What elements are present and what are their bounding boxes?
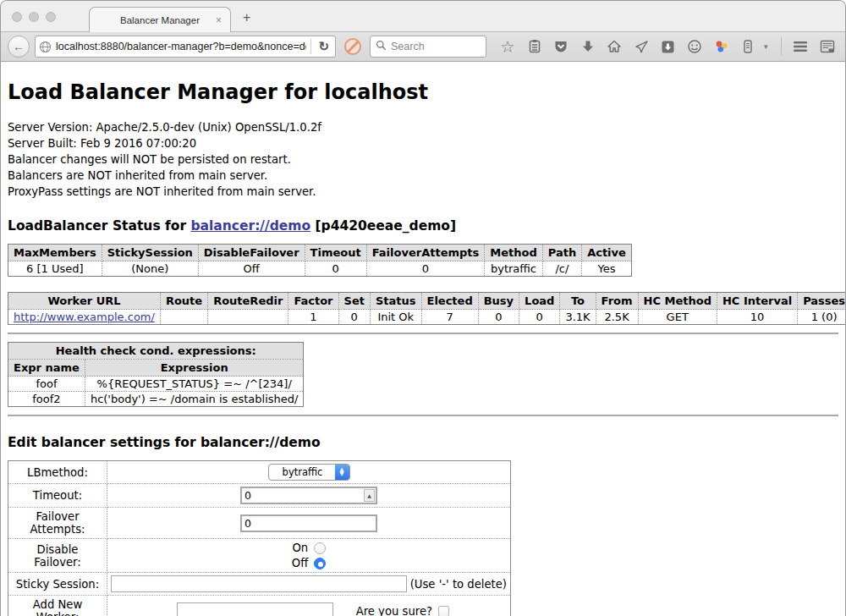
add-worker-input[interactable] <box>177 602 333 616</box>
timeout-input[interactable]: 0 ▲ <box>240 487 377 504</box>
col-to: To <box>560 293 596 310</box>
close-window-button[interactable] <box>12 12 22 22</box>
table-row: foof2 hc('body') =~ /domain is establish… <box>8 392 304 407</box>
col-expression: Expression <box>85 360 304 377</box>
home-icon[interactable] <box>603 36 625 58</box>
cell-stickysession: (None) <box>102 261 198 277</box>
col-active: Active <box>582 245 632 261</box>
content-blocked-icon[interactable] <box>344 38 361 55</box>
cell-status: Init Ok <box>370 310 421 325</box>
disable-failover-off-radio[interactable] <box>314 558 326 569</box>
col-worker-url: Worker URL <box>8 293 161 310</box>
forget-smiley-icon[interactable] <box>684 36 706 58</box>
number-spinner-icon[interactable]: ▲ <box>364 489 375 502</box>
cell-hc-method: GET <box>638 310 717 325</box>
back-button[interactable]: ← <box>8 36 30 58</box>
minimize-window-button[interactable] <box>29 12 39 22</box>
device-battery-icon[interactable] <box>737 36 759 58</box>
lbmethod-select[interactable]: bytraffic ▲▼ <box>268 464 350 481</box>
url-input[interactable] <box>56 41 306 52</box>
cell-timeout: 0 <box>305 261 366 277</box>
cell-expression: hc('body') =~ /domain is established/ <box>85 392 304 407</box>
tab-close-icon[interactable]: × <box>216 14 222 26</box>
cell-active: Yes <box>582 261 632 277</box>
page-title: Load Balancer Manager for localhost <box>8 80 838 104</box>
balancer-demo-link[interactable]: balancer://demo <box>190 218 310 234</box>
urlbar-divider <box>310 39 311 54</box>
table-row: http://www.example.com/ 1 0 Init Ok 7 0 … <box>8 310 846 325</box>
form-row-add-worker: Add New Worker: Are you sure? <box>8 596 511 616</box>
col-busy: Busy <box>478 293 519 310</box>
col-passes: Passes <box>798 293 845 310</box>
server-version: Server Version: Apache/2.5.0-dev (Unix) … <box>8 119 838 135</box>
form-row-lbmethod: LBmethod: bytraffic ▲▼ <box>8 461 511 484</box>
cell-expr-name: foof <box>8 377 85 392</box>
col-hc-interval: HC Interval <box>717 293 797 310</box>
balancer-status-heading: LoadBalancer Status for balancer://demo … <box>8 218 838 234</box>
disable-failover-on-radio[interactable] <box>314 542 326 554</box>
toolbar-icons: ☆ <box>497 36 838 58</box>
cell-to: 3.1K <box>560 310 596 325</box>
sidebar-panel-icon[interactable] <box>816 36 838 58</box>
col-method: Method <box>485 245 542 261</box>
col-hc-method: HC Method <box>638 293 717 310</box>
are-you-sure-checkbox[interactable] <box>438 606 449 616</box>
col-elected: Elected <box>421 293 478 310</box>
table-header-row: MaxMembers StickySession DisableFailover… <box>8 245 632 261</box>
hello-colored-dots-icon[interactable] <box>711 36 733 58</box>
bookmark-star-icon[interactable]: ☆ <box>497 36 519 58</box>
share-send-icon[interactable] <box>630 36 652 58</box>
server-info: Server Version: Apache/2.5.0-dev (Unix) … <box>8 119 838 200</box>
pocket-icon[interactable] <box>550 36 572 58</box>
reading-list-icon[interactable] <box>524 36 546 58</box>
reload-icon[interactable]: ↻ <box>316 39 332 54</box>
new-tab-button[interactable]: + <box>243 11 250 25</box>
add-worker-label: Add New Worker: <box>8 596 107 616</box>
chevron-down-icon[interactable]: ▾ <box>764 42 772 51</box>
spin-up-icon: ▲ <box>367 493 371 498</box>
col-from: From <box>596 293 638 310</box>
radio-off-label: Off <box>292 557 308 569</box>
sticky-session-input[interactable] <box>111 575 407 592</box>
worker-table: Worker URL Route RouteRedir Factor Set S… <box>8 292 845 325</box>
health-table-title: Health check cond. expressions: <box>8 343 304 360</box>
downloads-panel-icon[interactable] <box>657 36 679 58</box>
globe-icon <box>39 41 52 53</box>
are-you-sure-label: Are you sure? <box>356 605 432 616</box>
cell-route <box>160 310 207 325</box>
cell-expr-name: foof2 <box>8 392 85 407</box>
failover-attempts-input[interactable] <box>240 514 377 532</box>
cell-passes: 1 (0) <box>798 310 845 325</box>
col-status: Status <box>370 293 421 310</box>
timeout-label: Timeout: <box>8 484 107 508</box>
search-bar[interactable] <box>370 36 486 58</box>
col-stickysession: StickySession <box>102 245 198 261</box>
status-heading-prefix: LoadBalancer Status for <box>8 218 190 234</box>
cell-from: 2.5K <box>596 310 638 325</box>
cell-routeredir <box>208 310 288 325</box>
col-routeredir: RouteRedir <box>208 293 288 310</box>
health-check-table: Health check cond. expressions: Expr nam… <box>8 342 304 407</box>
col-disablefailover: DisableFailover <box>198 245 305 261</box>
menu-hamburger-icon[interactable] <box>789 36 811 58</box>
nav-toolbar: ← ↻ ☆ <box>1 31 845 62</box>
cell-busy: 0 <box>478 310 519 325</box>
tab-balancer-manager[interactable]: Balancer Manager × <box>89 7 231 32</box>
cell-elected: 7 <box>421 310 478 325</box>
col-failoverattempts: FailoverAttempts <box>366 245 485 261</box>
notice-inherit: Balancers are NOT inherited from main se… <box>8 168 838 184</box>
search-input[interactable] <box>391 41 467 52</box>
cell-set: 0 <box>338 310 370 325</box>
search-icon <box>376 39 387 54</box>
worker-url-link[interactable]: http://www.example.com/ <box>14 311 155 323</box>
page-content: Load Balancer Manager for localhost Serv… <box>1 62 845 616</box>
url-bar[interactable]: ↻ <box>35 36 336 58</box>
table-row: 6 [1 Used] (None) Off 0 0 bytraffic /c/ … <box>8 261 632 277</box>
timeout-value: 0 <box>242 489 364 502</box>
spin-down-icon: ▼ <box>340 472 344 476</box>
download-arrow-icon[interactable] <box>577 36 599 58</box>
col-route: Route <box>160 293 207 310</box>
zoom-window-button[interactable] <box>46 12 56 22</box>
table-header-row: Expr name Expression <box>8 360 304 377</box>
tab-title: Balancer Manager <box>120 15 200 25</box>
